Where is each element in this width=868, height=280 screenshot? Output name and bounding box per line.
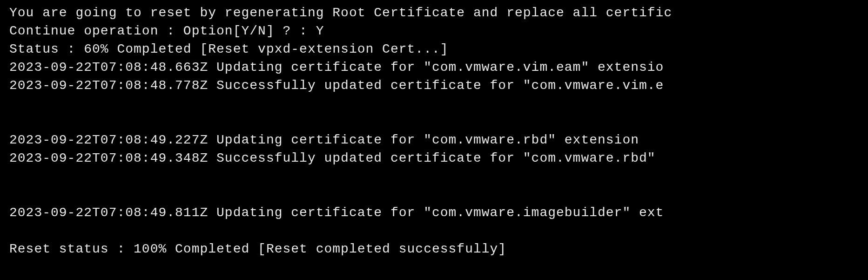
- terminal-blank-line: [9, 167, 859, 185]
- terminal-blank-line: [9, 95, 859, 113]
- terminal-line: 2023-09-22T07:08:49.811Z Updating certif…: [9, 204, 859, 222]
- terminal-line: 2023-09-22T07:08:49.348Z Successfully up…: [9, 149, 859, 167]
- terminal-line: Continue operation : Option[Y/N] ? : Y: [9, 22, 859, 40]
- terminal-blank-line: [9, 185, 859, 204]
- terminal-output: You are going to reset by regenerating R…: [9, 4, 859, 258]
- terminal-line: 2023-09-22T07:08:48.778Z Successfully up…: [9, 76, 859, 95]
- terminal-line: 2023-09-22T07:08:48.663Z Updating certif…: [9, 58, 859, 76]
- terminal-blank-line: [9, 222, 859, 240]
- terminal-line: Reset status : 100% Completed [Reset com…: [9, 240, 859, 258]
- terminal-line: 2023-09-22T07:08:49.227Z Updating certif…: [9, 131, 859, 149]
- terminal-line: Status : 60% Completed [Reset vpxd-exten…: [9, 40, 859, 58]
- terminal-blank-line: [9, 113, 859, 131]
- terminal-line: You are going to reset by regenerating R…: [9, 4, 859, 22]
